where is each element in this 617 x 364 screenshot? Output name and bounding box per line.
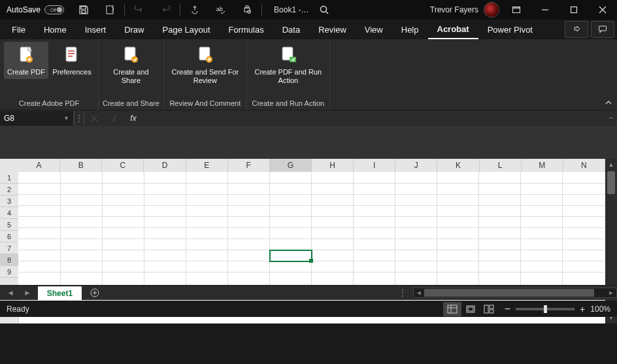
pdf-icon	[16, 44, 37, 65]
save-button[interactable]	[71, 0, 97, 20]
tab-review[interactable]: Review	[309, 20, 356, 39]
undo-button[interactable]	[126, 0, 152, 20]
user-account[interactable]: Trevor Fayers	[430, 2, 502, 18]
svg-text:ab: ab	[216, 6, 223, 12]
col-header-m[interactable]: M	[522, 159, 563, 172]
tab-home[interactable]: Home	[35, 20, 76, 39]
tab-insert[interactable]: Insert	[76, 20, 116, 39]
col-header-d[interactable]: D	[144, 159, 186, 172]
col-header-i[interactable]: I	[354, 159, 395, 172]
col-header-n[interactable]: N	[563, 159, 605, 172]
hscroll-thumb[interactable]	[424, 289, 594, 297]
tab-formulas[interactable]: Formulas	[220, 20, 273, 39]
avatar	[484, 2, 499, 18]
create-pdf-button[interactable]: Create PDF	[4, 42, 48, 79]
zoom-controls: − + 100%	[505, 305, 610, 314]
ribbon-display-options-button[interactable]	[502, 0, 531, 20]
vscroll-thumb[interactable]	[607, 171, 615, 194]
tab-page-layout[interactable]: Page Layout	[154, 20, 220, 39]
group-review-and-comment: Create and Send For Review Review And Co…	[164, 39, 247, 110]
sheet-split-handle[interactable]: ⋮	[399, 288, 408, 297]
collapse-ribbon-button[interactable]	[604, 98, 613, 107]
svg-rect-8	[571, 7, 577, 13]
col-header-c[interactable]: C	[102, 159, 144, 172]
tab-file[interactable]: File	[3, 20, 35, 39]
search-icon[interactable]	[319, 5, 329, 15]
sheet-nav-next[interactable]: ►	[24, 288, 31, 297]
col-header-j[interactable]: J	[395, 159, 437, 172]
sheet-tab-active[interactable]: Sheet1	[38, 286, 82, 300]
quick-print-button[interactable]	[97, 0, 123, 20]
spreadsheet-grid: A B C D E F G H I J K L M N 1 2 3 4 5 6 …	[0, 159, 617, 323]
cancel-formula-button[interactable]	[84, 110, 104, 126]
touch-mode-button[interactable]	[182, 0, 208, 20]
fill-handle[interactable]	[309, 259, 313, 263]
hscroll-left-icon[interactable]: ◄	[414, 290, 424, 296]
close-button[interactable]	[588, 0, 617, 20]
create-and-share-button[interactable]: Create and Share	[103, 42, 158, 88]
insert-function-button[interactable]: fx	[124, 110, 143, 126]
active-cell[interactable]	[269, 250, 312, 262]
tab-view[interactable]: View	[356, 20, 392, 39]
preferences-button[interactable]: Preferences	[50, 42, 94, 79]
redo-button[interactable]	[152, 0, 178, 20]
group-label: Create and Run Action	[252, 97, 325, 110]
spelling-button[interactable]: ab	[208, 0, 234, 20]
print-preview-button[interactable]	[234, 0, 260, 20]
sheet-tab-bar: ◄ ► Sheet1 ⋮ ◄ ►	[0, 285, 617, 300]
zoom-thumb[interactable]	[544, 305, 547, 313]
page-layout-view-button[interactable]	[461, 302, 480, 316]
row-header-2[interactable]: 2	[0, 184, 18, 195]
tab-help[interactable]: Help	[392, 20, 428, 39]
row-header-6[interactable]: 6	[0, 231, 18, 242]
create-send-review-button[interactable]: Create and Send For Review	[168, 42, 242, 88]
tab-power-pivot[interactable]: Power Pivot	[478, 20, 542, 39]
col-header-a[interactable]: A	[18, 159, 60, 172]
cells-canvas[interactable]	[18, 172, 605, 286]
row-header-5[interactable]: 5	[0, 219, 18, 231]
col-header-k[interactable]: K	[437, 159, 479, 172]
zoom-level[interactable]: 100%	[590, 305, 610, 314]
status-bar: Ready − + 100%	[0, 301, 617, 317]
create-pdf-run-action-button[interactable]: Create PDF and Run Action	[251, 42, 325, 88]
zoom-slider[interactable]	[516, 308, 575, 310]
col-header-h[interactable]: H	[312, 159, 354, 172]
normal-view-button[interactable]	[443, 302, 461, 316]
svg-rect-12	[66, 47, 76, 61]
row-header-7[interactable]: 7	[0, 242, 18, 254]
formula-input[interactable]	[143, 110, 605, 126]
hscroll-right-icon[interactable]: ►	[606, 290, 616, 296]
group-label: Create and Share	[103, 97, 159, 110]
share-button[interactable]	[565, 21, 588, 38]
enter-formula-button[interactable]	[104, 110, 124, 126]
minimize-button[interactable]	[531, 0, 559, 20]
comments-button[interactable]	[591, 21, 614, 38]
tab-data[interactable]: Data	[273, 20, 309, 39]
name-box[interactable]: G8 ▼	[0, 111, 74, 125]
autosave-toggle[interactable]: Off	[44, 5, 64, 14]
add-sheet-button[interactable]	[87, 286, 103, 300]
autosave-group: AutoSave Off	[0, 5, 71, 14]
title-bar: AutoSave Off ab Book1 -…	[0, 0, 617, 20]
row-header-8[interactable]: 8	[0, 254, 18, 266]
row-header-1[interactable]: 1	[0, 172, 18, 184]
tab-acrobat[interactable]: Acrobat	[428, 20, 478, 39]
sheet-nav-prev[interactable]: ◄	[7, 288, 14, 297]
expand-formula-bar-button[interactable]	[605, 115, 617, 122]
select-all-corner[interactable]	[0, 159, 19, 173]
col-header-g[interactable]: G	[270, 159, 312, 172]
col-header-e[interactable]: E	[186, 159, 228, 172]
tab-draw[interactable]: Draw	[115, 20, 153, 39]
col-header-b[interactable]: B	[60, 159, 102, 172]
row-header-9[interactable]: 9	[0, 266, 18, 278]
scroll-up-icon[interactable]: ▲	[605, 159, 617, 171]
col-header-f[interactable]: F	[228, 159, 270, 172]
horizontal-scrollbar[interactable]: ◄ ►	[413, 288, 617, 298]
page-break-view-button[interactable]	[480, 302, 498, 316]
name-box-more[interactable]: ⋮	[75, 110, 84, 126]
col-header-l[interactable]: L	[480, 159, 522, 172]
row-header-4[interactable]: 4	[0, 207, 18, 219]
maximize-button[interactable]	[559, 0, 588, 20]
horizontal-scroll-area: ⋮ ◄ ►	[399, 286, 617, 300]
row-header-3[interactable]: 3	[0, 195, 18, 207]
